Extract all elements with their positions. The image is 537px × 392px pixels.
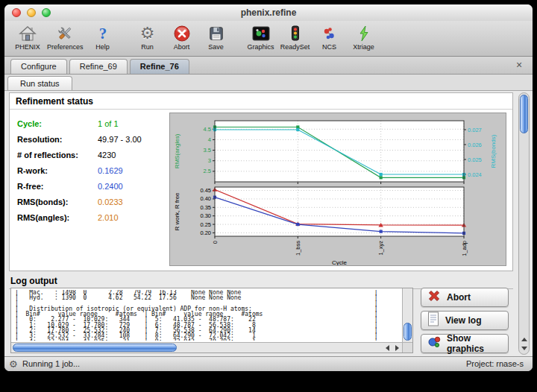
home-icon [18, 23, 37, 43]
toolbar: PHENIX Preferences ? Help ⚙ Run Abort [4, 21, 533, 57]
action-buttons: Abort View log Show graphics [421, 288, 509, 356]
abort-x-icon [426, 288, 442, 307]
field-label: RMS(angles): [17, 213, 98, 222]
toolbar-save-button[interactable]: Save [199, 23, 233, 51]
tab-label: Configure [21, 62, 57, 71]
tab-refine-69[interactable]: Refine_69 [69, 59, 128, 74]
molecule-viewer-icon [251, 23, 271, 43]
graphics-spheres-icon [426, 334, 442, 353]
status-field-row: R-free: 0.2400 [17, 178, 142, 194]
svg-text:0.30: 0.30 [200, 212, 211, 219]
svg-text:?: ? [98, 25, 107, 42]
svg-text:0.35: 0.35 [200, 204, 211, 211]
toolbar-label: NCS [322, 43, 336, 51]
field-label: RMS(bonds): [17, 197, 98, 206]
log-horizontal-scrollbar[interactable] [11, 342, 402, 353]
running-gear-icon: ⚙ [9, 357, 18, 371]
page-vertical-scrollbar[interactable] [518, 92, 530, 355]
svg-text:RMS(angles): RMS(angles) [174, 133, 180, 168]
log-vertical-scrollbar[interactable] [402, 288, 412, 342]
toolbar-graphics-button[interactable]: Graphics [244, 23, 278, 51]
titlebar[interactable]: phenix.refine [4, 4, 533, 21]
toolbar-label: Run [141, 43, 154, 51]
tab-refine-76[interactable]: Refine_76 [130, 59, 189, 74]
status-field-row: Resolution: 49.97 - 3.00 [17, 131, 142, 147]
tab-label: Refine_69 [80, 62, 117, 71]
field-value: 0.0233 [98, 197, 123, 206]
toolbar-abort-button[interactable]: Abort [165, 23, 199, 51]
arrow-left-icon [386, 345, 389, 351]
toolbar-phenix-button[interactable]: PHENIX [10, 23, 45, 51]
gear-icon: ⚙ [140, 23, 155, 43]
button-label: View log [445, 315, 481, 326]
toolbar-readyset-button[interactable]: ReadySet [278, 23, 313, 51]
status-field-row: # of reflections: 4230 [17, 147, 142, 162]
svg-text:3.5: 3.5 [204, 147, 211, 154]
show-graphics-button[interactable]: Show graphics [421, 334, 509, 353]
log-text: | Mac. : 1498 0 2.28 79.79 16.13 None No… [15, 290, 401, 341]
field-label: Cycle: [17, 119, 98, 128]
scroll-arrows [383, 343, 402, 353]
scrollbar-thumb[interactable] [13, 344, 177, 352]
toolbar-label: ReadySet [280, 43, 310, 51]
tab-label: Refine_76 [140, 62, 179, 71]
run-status-page: Refinement status Cycle: 1 of 1 Resoluti… [4, 91, 533, 356]
minimize-window-button[interactable] [27, 8, 36, 17]
view-log-button[interactable]: View log [421, 311, 509, 330]
svg-text:0.45: 0.45 [200, 187, 211, 194]
toolbar-xtriage-button[interactable]: Xtriage [347, 23, 381, 51]
toolbar-run-button[interactable]: ⚙ Run [131, 23, 165, 51]
svg-text:0.025: 0.025 [468, 157, 482, 163]
field-label: R-free: [17, 182, 98, 191]
button-label: Show graphics [447, 333, 503, 354]
abort-circle-icon [173, 23, 191, 43]
field-value: 0.2400 [98, 182, 123, 191]
field-value: 0.1629 [98, 166, 123, 175]
tab-configure[interactable]: Configure [10, 59, 67, 74]
svg-text:0.20: 0.20 [200, 230, 211, 236]
status-field-row: RMS(angles): 2.010 [17, 209, 142, 225]
close-tab-icon[interactable]: × [513, 60, 525, 72]
scroll-left-button[interactable] [383, 344, 392, 353]
scroll-down-button[interactable] [519, 344, 529, 353]
svg-text:1_bss: 1_bss [295, 241, 301, 256]
window-controls [12, 8, 51, 17]
toolbar-ncs-button[interactable]: NCS [313, 23, 347, 51]
toolbar-label: PHENIX [15, 43, 40, 51]
field-value: 2.010 [98, 213, 119, 222]
status-running-text: Running 1 job... [22, 357, 80, 371]
svg-text:0.024: 0.024 [468, 171, 482, 178]
tab-run-status[interactable]: Run status [7, 76, 72, 90]
tools-icon [55, 23, 75, 43]
close-window-button[interactable] [12, 8, 21, 17]
svg-text:R work, R free: R work, R free [174, 192, 180, 231]
phenix-refine-window: phenix.refine PHENIX Preferences ? Help … [4, 4, 533, 371]
refinement-progress-chart: 2.533.544.50.0240.0250.0260.027RMS(bonds… [169, 113, 506, 266]
status-field-row: Cycle: 1 of 1 [17, 116, 142, 131]
scroll-up-button[interactable] [519, 335, 529, 344]
ncs-molecules-icon [321, 23, 339, 43]
status-bar: ⚙ Running 1 job... Project: rnase-s [4, 356, 533, 371]
toolbar-label: Preferences [47, 43, 84, 51]
status-fields: Cycle: 1 of 1 Resolution: 49.97 - 3.00 #… [17, 116, 142, 225]
toolbar-label: Abort [174, 43, 190, 51]
field-value: 1 of 1 [98, 119, 119, 128]
arrow-right-icon [395, 345, 399, 351]
svg-text:0.026: 0.026 [468, 142, 482, 148]
traffic-light-icon [288, 23, 303, 43]
toolbar-label: Save [208, 43, 224, 51]
svg-text:0.027: 0.027 [468, 127, 482, 133]
lightning-icon [357, 23, 371, 43]
svg-text:0: 0 [212, 241, 219, 244]
abort-button[interactable]: Abort [421, 288, 509, 307]
scroll-right-button[interactable] [392, 344, 402, 353]
scrollbar-thumb[interactable] [520, 95, 528, 133]
field-value: 4230 [98, 151, 116, 159]
arrow-down-icon [521, 347, 527, 350]
toolbar-preferences-button[interactable]: Preferences [45, 23, 86, 51]
scrollbar-thumb[interactable] [403, 323, 412, 341]
zoom-window-button[interactable] [42, 8, 51, 17]
field-value: 49.97 - 3.00 [98, 135, 142, 144]
log-output-box[interactable]: | Mac. : 1498 0 2.28 79.79 16.13 None No… [10, 288, 413, 353]
toolbar-help-button[interactable]: ? Help [86, 23, 120, 51]
